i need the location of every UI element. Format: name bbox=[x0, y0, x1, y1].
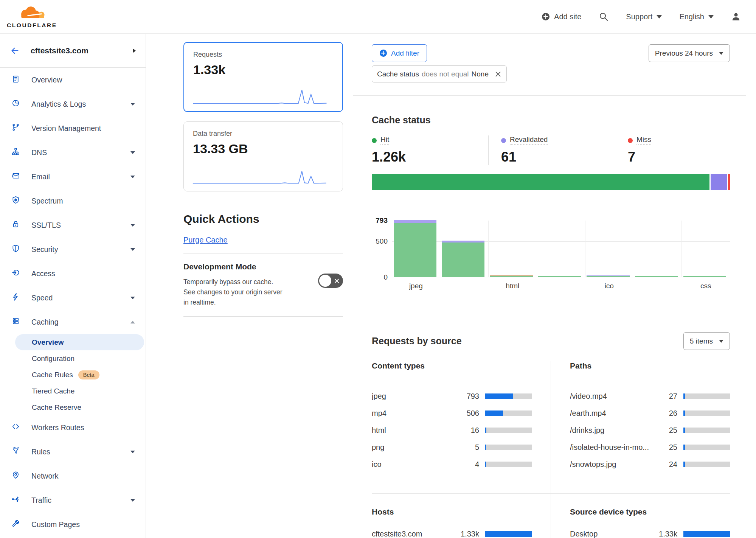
paths-row[interactable]: /snowtops.jpg24 bbox=[570, 456, 730, 473]
chevron-down-icon bbox=[708, 15, 714, 19]
sidebar-item-speed[interactable]: Speed bbox=[0, 286, 146, 310]
paths-table: Paths/video.mp427/earth.mp426/drinks.jpg… bbox=[551, 361, 730, 493]
data-transfer-metric-card[interactable]: Data transfer 13.33 GB bbox=[183, 121, 343, 191]
sidebar-item-security[interactable]: Security bbox=[0, 237, 146, 261]
purge-cache-link[interactable]: Purge Cache bbox=[183, 236, 228, 244]
row-meter bbox=[485, 531, 532, 537]
sidebar-item-analytics-logs[interactable]: Analytics & Logs bbox=[0, 92, 146, 116]
content-types-row[interactable]: mp4506 bbox=[372, 405, 532, 422]
device-types-title: Source device types bbox=[570, 507, 730, 516]
paths-row[interactable]: /isolated-house-in-mo...25 bbox=[570, 439, 730, 456]
add-filter-button[interactable]: Add filter bbox=[372, 44, 427, 62]
content-types-row[interactable]: jpeg793 bbox=[372, 388, 532, 405]
cache-chart-yticks: 0500793 bbox=[372, 221, 388, 277]
paths-row[interactable]: /earth.mp426 bbox=[570, 405, 730, 422]
search-button[interactable] bbox=[599, 12, 609, 22]
site-switcher-caret-icon[interactable] bbox=[133, 48, 136, 53]
sidebar-item-caching-configuration[interactable]: Configuration bbox=[15, 350, 144, 367]
sidebar-item-tiered-cache[interactable]: Tiered Cache bbox=[15, 383, 144, 399]
row-value: 1.33k bbox=[650, 530, 677, 538]
stat-revalidated: Revalidated 61 bbox=[488, 135, 615, 165]
sidebar-item-cache-rules[interactable]: Cache RulesBeta bbox=[15, 367, 144, 383]
sidebar-item-dns[interactable]: DNS bbox=[0, 140, 146, 165]
chart-bar-mp4 bbox=[442, 221, 484, 277]
sidebar-item-label: Workers Routes bbox=[31, 423, 84, 432]
hosts-row[interactable]: cftestsite3.com1.33k bbox=[372, 526, 532, 538]
requests-by-source-title: Requests by source bbox=[372, 336, 462, 347]
content-types-row[interactable]: png5 bbox=[372, 439, 532, 456]
sidebar-item-label: Access bbox=[31, 269, 55, 278]
sidebar-item-label: Analytics & Logs bbox=[31, 100, 86, 109]
cache-chart-xlabels: jpeghtmlicocss bbox=[392, 282, 730, 290]
filter-value: None bbox=[472, 70, 489, 78]
pin-icon bbox=[11, 471, 20, 481]
row-label: ico bbox=[372, 460, 452, 469]
sidebar-item-traffic[interactable]: Traffic bbox=[0, 488, 146, 512]
cache-status-stats: Hit 1.26k Revalidated 61 Miss 7 bbox=[372, 135, 730, 165]
shield-icon bbox=[11, 244, 20, 255]
chart-slot-css bbox=[682, 221, 730, 277]
paths-row[interactable]: /drinks.jpg25 bbox=[570, 422, 730, 439]
sidebar-item-ssl-tls[interactable]: SSL/TLS bbox=[0, 213, 146, 237]
x-axis-label: jpeg bbox=[392, 282, 440, 290]
sidebar-item-cache-reserve[interactable]: Cache Reserve bbox=[15, 399, 144, 415]
device-types-row[interactable]: Desktop1.33k bbox=[570, 526, 730, 538]
row-label: Desktop bbox=[570, 530, 650, 538]
sidebar-item-workers-routes[interactable]: Workers Routes bbox=[0, 415, 146, 440]
sidebar-item-caching[interactable]: Caching bbox=[0, 310, 146, 334]
content-types-row[interactable]: ico4 bbox=[372, 456, 532, 473]
user-menu[interactable] bbox=[731, 12, 741, 22]
row-value: 27 bbox=[650, 392, 677, 401]
sidebar-item-caching-overview[interactable]: Overview bbox=[15, 334, 144, 350]
chart-segment-hit bbox=[587, 276, 629, 277]
language-menu[interactable]: English bbox=[679, 12, 714, 21]
divider bbox=[183, 253, 343, 253]
requests-value: 1.33k bbox=[193, 62, 333, 77]
row-meter-fill bbox=[485, 393, 513, 399]
clipboard-icon bbox=[11, 75, 20, 85]
chart-segment-hit bbox=[538, 276, 581, 277]
row-meter-fill bbox=[683, 428, 685, 433]
access-icon bbox=[11, 268, 20, 279]
sidebar-item-overview[interactable]: Overview bbox=[0, 68, 146, 92]
stat-hit: Hit 1.26k bbox=[372, 135, 488, 165]
items-count-select[interactable]: 5 items bbox=[683, 332, 730, 350]
row-label: /earth.mp4 bbox=[570, 409, 650, 418]
content-types-row[interactable]: html16 bbox=[372, 422, 532, 439]
chart-segment-revalidated bbox=[394, 220, 436, 223]
chart-segment-hit bbox=[635, 276, 678, 277]
row-meter-fill bbox=[683, 393, 685, 399]
filter-operator: does not equal bbox=[422, 70, 469, 78]
row-meter-fill bbox=[683, 462, 685, 467]
support-menu[interactable]: Support bbox=[626, 12, 662, 21]
paths-row[interactable]: /video.mp427 bbox=[570, 388, 730, 405]
remove-filter-icon[interactable] bbox=[495, 71, 501, 78]
requests-metric-card[interactable]: Requests 1.33k bbox=[183, 42, 343, 112]
sidebar-item-rules[interactable]: Rules bbox=[0, 440, 146, 464]
sidebar-item-email[interactable]: Email bbox=[0, 165, 146, 189]
filter-chip[interactable]: Cache status does not equal None bbox=[372, 65, 507, 82]
row-value: 25 bbox=[650, 426, 677, 435]
chevron-down-icon bbox=[719, 340, 723, 343]
funnel-icon bbox=[11, 446, 20, 457]
back-arrow-icon[interactable] bbox=[10, 46, 20, 55]
add-site-button[interactable]: Add site bbox=[542, 12, 581, 21]
sidebar-item-label: Traffic bbox=[31, 496, 51, 505]
development-mode-description: Temporarily bypass our cache. See change… bbox=[183, 277, 284, 308]
development-mode-toggle[interactable] bbox=[318, 274, 343, 288]
user-icon bbox=[731, 12, 741, 22]
sidebar-item-spectrum[interactable]: Spectrum bbox=[0, 189, 146, 213]
chart-slot-jpeg bbox=[392, 221, 440, 277]
plus-circle-icon bbox=[542, 12, 550, 21]
content-types-table: Content typesjpeg793mp4506html16png5ico4 bbox=[372, 361, 551, 493]
requests-sparkline bbox=[192, 88, 328, 105]
cloudflare-logo[interactable]: CLOUDFLARE bbox=[7, 5, 57, 29]
row-label: /snowtops.jpg bbox=[570, 460, 650, 469]
sidebar-item-access[interactable]: Access bbox=[0, 261, 146, 286]
row-label: cftestsite3.com bbox=[372, 530, 452, 538]
sidebar-item-network[interactable]: Network bbox=[0, 464, 146, 488]
time-range-select[interactable]: Previous 24 hours bbox=[649, 44, 730, 62]
sidebar-item-custom-pages[interactable]: Custom Pages bbox=[0, 512, 146, 536]
spectrum-icon bbox=[11, 196, 20, 206]
sidebar-item-version-management[interactable]: Version Management bbox=[0, 116, 146, 140]
